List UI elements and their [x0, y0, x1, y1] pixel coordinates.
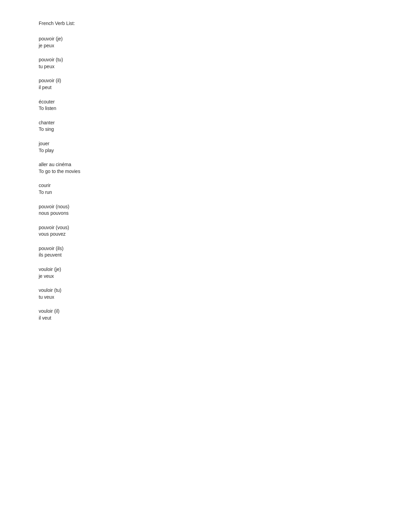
verb-entry: vouloir (tu)tu veux: [39, 287, 411, 300]
verb-entry: pouvoir (je)je peux: [39, 36, 411, 49]
verb-english-12: tu veux: [39, 294, 411, 301]
verb-english-1: tu peux: [39, 63, 411, 70]
verb-entry: chanterTo sing: [39, 120, 411, 133]
verb-entry: vouloir (il)il veut: [39, 308, 411, 321]
verb-french-10: pouvoir (ils): [39, 245, 411, 252]
verb-english-7: To run: [39, 189, 411, 196]
verb-english-10: ils peuvent: [39, 252, 411, 259]
verb-french-12: vouloir (tu): [39, 287, 411, 294]
verb-english-13: il veut: [39, 315, 411, 322]
verb-entry: écouterTo listen: [39, 99, 411, 112]
verb-entry: pouvoir (ils)ils peuvent: [39, 245, 411, 259]
verb-english-0: je peux: [39, 42, 411, 49]
verb-french-6: aller au cinéma: [39, 161, 411, 168]
verb-english-4: To sing: [39, 126, 411, 133]
verb-english-2: il peut: [39, 84, 411, 91]
verb-entry: pouvoir (nous)nous pouvons: [39, 203, 411, 217]
verb-french-5: jouer: [39, 140, 411, 147]
page-title: French Verb List:: [39, 21, 411, 26]
verb-entry: aller au cinémaTo go to the movies: [39, 161, 411, 175]
verb-english-9: vous pouvez: [39, 231, 411, 238]
verb-french-13: vouloir (il): [39, 308, 411, 315]
verb-entry: jouerTo play: [39, 140, 411, 154]
verb-french-0: pouvoir (je): [39, 36, 411, 42]
verb-english-6: To go to the movies: [39, 168, 411, 175]
verb-french-11: vouloir (je): [39, 266, 411, 273]
verb-list: pouvoir (je)je peuxpouvoir (tu)tu peuxpo…: [39, 36, 411, 322]
verb-english-8: nous pouvons: [39, 210, 411, 217]
verb-entry: vouloir (je)je veux: [39, 266, 411, 280]
verb-entry: pouvoir (vous)vous pouvez: [39, 224, 411, 238]
verb-french-4: chanter: [39, 120, 411, 126]
verb-english-5: To play: [39, 147, 411, 154]
verb-entry: pouvoir (il)il peut: [39, 77, 411, 91]
verb-french-9: pouvoir (vous): [39, 224, 411, 231]
verb-french-3: écouter: [39, 99, 411, 106]
verb-english-11: je veux: [39, 273, 411, 280]
verb-french-7: courir: [39, 182, 411, 189]
verb-french-2: pouvoir (il): [39, 77, 411, 84]
verb-entry: courirTo run: [39, 182, 411, 196]
verb-french-1: pouvoir (tu): [39, 57, 411, 63]
verb-english-3: To listen: [39, 105, 411, 112]
verb-french-8: pouvoir (nous): [39, 203, 411, 210]
verb-entry: pouvoir (tu)tu peux: [39, 57, 411, 70]
